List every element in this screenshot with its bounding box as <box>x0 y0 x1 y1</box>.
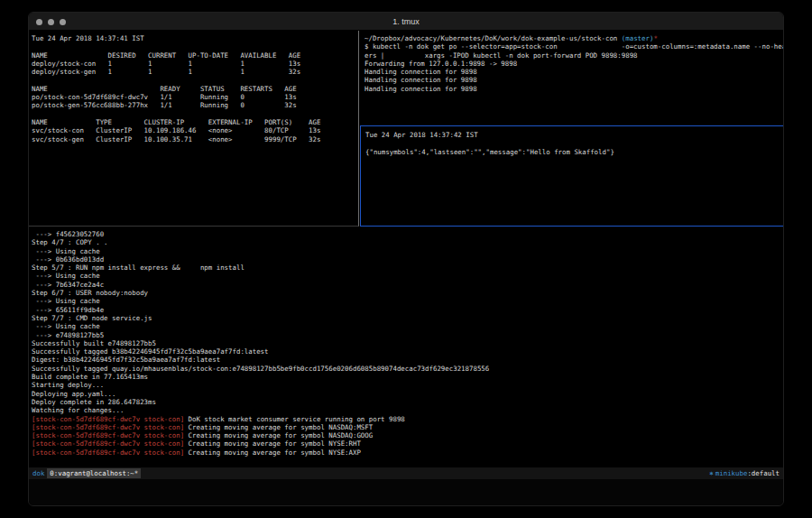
pane-kubectl-watch[interactable]: Tue 24 Apr 2018 14:37:41 ISTNAME DESIRED… <box>29 31 359 227</box>
terminal-line: ---> Using cache <box>32 272 784 280</box>
pane-skaffold-log[interactable]: ---> f45623052760Step 4/7 : COPY . . ---… <box>29 227 784 467</box>
terminal-line: ---> Using cache <box>32 247 784 255</box>
window-tab[interactable]: 0:vagrant@localhost:~* <box>47 468 141 478</box>
terminal-line: ---> e74898127bb5 <box>32 331 784 339</box>
terminal-line: deploy/stock-con 1 1 1 1 13s <box>32 60 356 68</box>
window-titlebar[interactable]: 1. tmux <box>29 13 783 31</box>
terminal-line: ---> 65611ff9db4e <box>32 306 784 314</box>
terminal-line: ers | xargs -IPOD kubectl -n dok port-fo… <box>364 51 784 60</box>
terminal-line: Successfully tagged quay.io/mhausenblas/… <box>32 365 784 373</box>
terminal-line: [stock-con-5d7df689cf-dwc7v stock-con] C… <box>32 431 784 439</box>
terminal-text-colored: [stock-con-5d7df689cf-dwc7v stock-con] <box>32 423 184 431</box>
terminal-text: Creating moving average for symbol NYSE:… <box>184 439 361 448</box>
terminal-text: Creating moving average for symbol NYSE:… <box>184 449 361 457</box>
terminal-text: Creating moving average for symbol NASDA… <box>184 431 373 439</box>
terminal-line: Step 5/7 : RUN npm install express && np… <box>32 264 784 272</box>
terminal-line: [stock-con-5d7df689cf-dwc7v stock-con] D… <box>32 415 784 423</box>
window-bottom-fill <box>29 479 783 506</box>
terminal-text-colored: [stock-con-5d7df689cf-dwc7v stock-con] <box>32 415 184 423</box>
terminal-line: Watching for changes... <box>32 406 784 414</box>
terminal-line: Deploy complete in 286.647823ms <box>32 398 784 406</box>
terminal-line: Step 6/7 : USER nobody:nobody <box>32 289 784 297</box>
terminal-line: Handling connection for 9898 <box>364 68 784 76</box>
terminal-line: Handling connection for 9898 <box>364 76 784 84</box>
terminal-line: Deploying app.yaml... <box>32 390 784 398</box>
window-title: 1. tmux <box>29 17 783 26</box>
terminal-line: Digest: b38b42246945fd7f32c5ba9aea7af7fd… <box>32 356 784 364</box>
terminal-line: ---> Using cache <box>32 297 784 305</box>
terminal-line: ~/Dropbox/advocacy/Kubernetes/DoK/work/d… <box>364 34 784 42</box>
terminal-line: NAME DESIRED CURRENT UP-TO-DATE AVAILABL… <box>32 51 356 60</box>
tmux-panes: Tue 24 Apr 2018 14:37:41 ISTNAME DESIRED… <box>29 31 783 467</box>
terminal-line: $ kubectl -n dok get po --selector=app=s… <box>364 42 784 51</box>
kube-context-label: minikube <box>715 469 748 477</box>
terminal-line <box>32 76 356 84</box>
terminal-line: ---> Using cache <box>32 322 784 330</box>
terminal-line <box>32 110 356 118</box>
minimize-button[interactable] <box>48 19 54 25</box>
terminal-line: ---> 7b6347ce2a4c <box>32 281 784 289</box>
terminal-line: Build complete in 77.165413ms <box>32 373 784 381</box>
terminal-line: po/stock-con-5d7df689cf-dwc7v 1/1 Runnin… <box>32 93 356 101</box>
terminal-line <box>365 139 784 147</box>
terminal-line: Forwarding from 127.0.0.1:9898 -> 9898 <box>364 60 784 68</box>
kube-namespace-label: :default <box>747 469 780 477</box>
terminal-text-colored: * <box>653 34 657 42</box>
terminal-text: DoK stock market consumer service runnin… <box>184 415 405 423</box>
terminal-line: NAME TYPE CLUSTER-IP EXTERNAL-IP PORT(S)… <box>32 118 356 126</box>
terminal-text: Creating moving average for symbol NASDA… <box>184 423 373 431</box>
terminal-line: Successfully built e74898127bb5 <box>32 339 784 347</box>
terminal-line: Step 7/7 : CMD node service.js <box>32 314 784 322</box>
terminal-line: Step 4/7 : COPY . . <box>32 238 784 246</box>
terminal-line <box>32 42 356 51</box>
terminal-line: svc/stock-gen ClusterIP 10.100.35.71 <no… <box>32 135 356 143</box>
pane-service-output[interactable]: Tue 24 Apr 2018 14:37:42 IST{"numsymbols… <box>360 125 784 227</box>
terminal-line: [stock-con-5d7df689cf-dwc7v stock-con] C… <box>32 439 784 448</box>
terminal-text-colored: (master) <box>622 34 654 42</box>
terminal-line: Starting deploy... <box>32 381 784 389</box>
terminal-line: [stock-con-5d7df689cf-dwc7v stock-con] C… <box>32 423 784 431</box>
terminal-line: NAME READY STATUS RESTARTS AGE <box>32 85 356 93</box>
traffic-lights <box>36 13 66 31</box>
terminal-text: ~/Dropbox/advocacy/Kubernetes/DoK/work/d… <box>364 34 622 42</box>
kubernetes-helm-icon: ⎈ <box>709 469 713 477</box>
terminal-line: [stock-con-5d7df689cf-dwc7v stock-con] C… <box>32 449 784 457</box>
terminal-line: Successfully tagged b38b42246945fd7f32c5… <box>32 347 784 356</box>
terminal-line: {"numsymbols":4,"lastseen":"","message":… <box>365 148 784 156</box>
terminal-window: 1. tmux Tue 24 Apr 2018 14:37:41 ISTNAME… <box>28 12 784 506</box>
terminal-line: ---> 0b636bd013dd <box>32 255 784 264</box>
close-button[interactable] <box>36 19 42 25</box>
tmux-status-bar: dok 0:vagrant@localhost:~* ⎈ minikube :d… <box>29 467 783 479</box>
terminal-line: deploy/stock-gen 1 1 1 1 32s <box>32 68 356 76</box>
terminal-text-colored: [stock-con-5d7df689cf-dwc7v stock-con] <box>32 431 184 439</box>
terminal-line: Handling connection for 9898 <box>364 85 784 93</box>
pane-port-forward[interactable]: ~/Dropbox/advocacy/Kubernetes/DoK/work/d… <box>360 31 784 125</box>
terminal-line: svc/stock-con ClusterIP 10.109.186.46 <n… <box>32 126 356 134</box>
terminal-line: ---> f45623052760 <box>32 230 784 238</box>
terminal-line: Tue 24 Apr 2018 14:37:42 IST <box>365 131 784 139</box>
desktop-background: 1. tmux Tue 24 Apr 2018 14:37:41 ISTNAME… <box>0 0 812 518</box>
terminal-text-colored: [stock-con-5d7df689cf-dwc7v stock-con] <box>32 439 184 448</box>
terminal-text-colored: [stock-con-5d7df689cf-dwc7v stock-con] <box>32 449 184 457</box>
terminal-line: po/stock-gen-576cc688bb-277hx 1/1 Runnin… <box>32 101 356 109</box>
zoom-button[interactable] <box>60 19 66 25</box>
terminal-line: Tue 24 Apr 2018 14:37:41 IST <box>32 34 356 42</box>
session-name: dok <box>32 469 47 477</box>
